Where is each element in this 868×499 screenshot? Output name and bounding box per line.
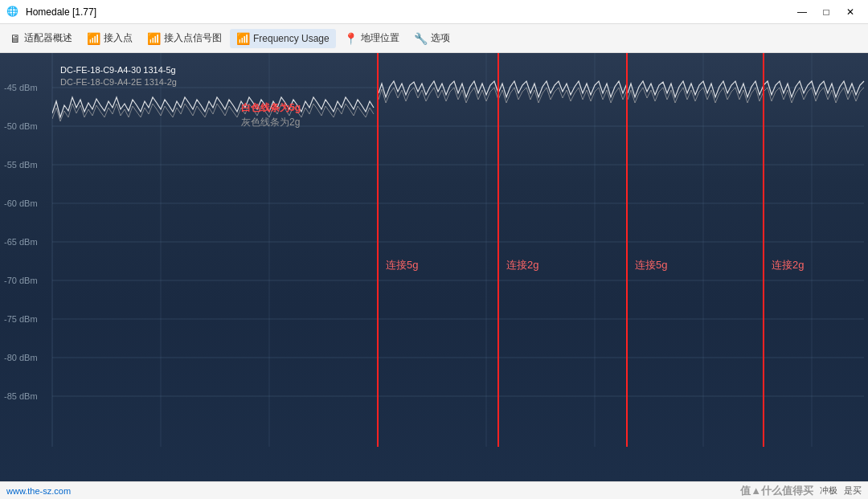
menu-location[interactable]: 📍 地理位置 — [338, 28, 406, 48]
watermark-text: 值▲什么值得买 — [740, 484, 813, 498]
title-bar-left: 🌐 Homedale [1.77] — [6, 6, 96, 18]
minimize-button[interactable]: — — [791, 3, 813, 21]
app-icon: 🌐 — [6, 6, 19, 18]
menu-bar: 🖥 适配器概述 📶 接入点 📶 接入点信号图 📶 Frequency Usage… — [0, 24, 868, 53]
svg-text:DC-FE-18-C9-A4-2E 1314-2g: DC-FE-18-C9-A4-2E 1314-2g — [60, 77, 177, 87]
options-icon: 🔧 — [414, 32, 428, 45]
svg-text:-55 dBm: -55 dBm — [4, 160, 38, 170]
svg-text:-70 dBm: -70 dBm — [4, 276, 38, 285]
menu-options-label: 选项 — [431, 31, 450, 45]
svg-text:-60 dBm: -60 dBm — [4, 198, 38, 208]
restore-button[interactable]: □ — [815, 3, 837, 21]
menu-accesspoints-label: 接入点 — [104, 31, 133, 45]
svg-text:-80 dBm: -80 dBm — [4, 353, 38, 362]
website-link[interactable]: www.the-sz.com — [6, 486, 71, 496]
svg-text:-85 dBm: -85 dBm — [4, 391, 38, 401]
menu-location-label: 地理位置 — [361, 31, 399, 45]
menu-adapter[interactable]: 🖥 适配器概述 — [3, 28, 79, 48]
svg-text:连接5g: 连接5g — [386, 259, 418, 271]
svg-text:DC-FE-18-C9-A4-30 1314-5g: DC-FE-18-C9-A4-30 1314-5g — [60, 65, 176, 75]
menu-signal-label: 接入点信号图 — [164, 31, 222, 45]
svg-text:连接2g: 连接2g — [772, 259, 804, 271]
svg-text:-65 dBm: -65 dBm — [4, 237, 38, 247]
menu-accesspoints[interactable]: 📶 接入点 — [80, 28, 139, 48]
chart-area: -45 dBm -50 dBm -55 dBm -60 dBm -65 dBm … — [0, 53, 868, 481]
svg-text:-75 dBm: -75 dBm — [4, 314, 38, 324]
svg-text:连接2g: 连接2g — [506, 259, 538, 271]
status-bar: www.the-sz.com 值▲什么值得买 冲极 是买 — [0, 481, 868, 499]
frequency-icon: 📶 — [236, 32, 250, 45]
svg-text:连接5g: 连接5g — [635, 259, 667, 271]
close-button[interactable]: ✕ — [839, 3, 862, 21]
svg-text:灰色线条为2g: 灰色线条为2g — [241, 117, 300, 128]
menu-frequency-label: Frequency Usage — [253, 33, 330, 44]
svg-text:-45 dBm: -45 dBm — [4, 83, 38, 92]
title-bar-title: Homedale [1.77] — [26, 6, 96, 18]
menu-signal[interactable]: 📶 接入点信号图 — [141, 28, 228, 48]
menu-frequency[interactable]: 📶 Frequency Usage — [230, 29, 336, 48]
signal-icon: 📶 — [147, 32, 161, 45]
menu-adapter-label: 适配器概述 — [24, 31, 72, 45]
accesspoints-icon: 📶 — [87, 32, 100, 45]
title-bar-controls: — □ ✕ — [791, 3, 862, 21]
location-icon: 📍 — [344, 32, 358, 45]
menu-options[interactable]: 🔧 选项 — [407, 28, 457, 48]
adapter-icon: 🖥 — [10, 32, 21, 45]
svg-text:-50 dBm: -50 dBm — [4, 121, 38, 131]
title-bar: 🌐 Homedale [1.77] — □ ✕ — [0, 0, 868, 24]
status-right: 值▲什么值得买 冲极 是买 — [740, 484, 862, 498]
waveform-svg: -45 dBm -50 dBm -55 dBm -60 dBm -65 dBm … — [0, 53, 868, 481]
status-right1: 冲极 — [820, 485, 837, 497]
svg-text:白色线条为5g: 白色线条为5g — [241, 102, 301, 113]
status-right2: 是买 — [844, 485, 862, 497]
